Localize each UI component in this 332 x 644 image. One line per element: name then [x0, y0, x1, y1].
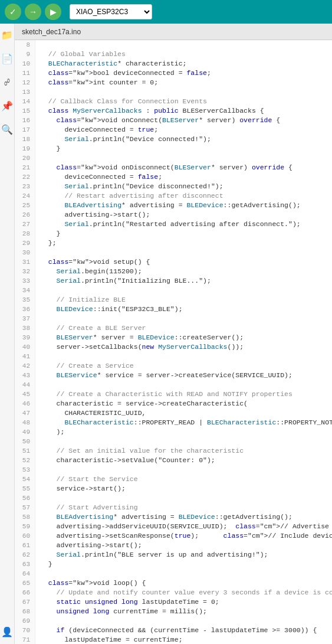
pin-icon[interactable]: 📌: [0, 99, 14, 113]
board-select[interactable]: XIAO_ESP32C3: [70, 4, 152, 19]
table-row: 32 Serial.begin(115200);: [15, 267, 332, 276]
line-code: lastUpdateTime = currentTime;: [35, 635, 183, 644]
line-code: [35, 248, 40, 257]
table-row: 71 lastUpdateTime = currentTime;: [15, 635, 332, 644]
line-code: BLEDevice::init("ESP32C3_BLE");: [35, 305, 183, 314]
line-code: // Restart advertising after disconnect: [35, 191, 223, 201]
line-number: 41: [15, 352, 35, 361]
line-number: 66: [15, 588, 35, 597]
folder-icon[interactable]: 📁: [0, 28, 14, 43]
table-row: 49 );: [15, 427, 332, 437]
line-number: 8: [15, 40, 35, 50]
table-row: 27 Serial.println("Restarted advertising…: [15, 220, 332, 229]
line-number: 30: [15, 248, 35, 257]
table-row: 9 // Global Variables: [15, 50, 332, 59]
table-row: 53: [15, 465, 332, 475]
table-row: 12 class="kw">int counter = 0;: [15, 78, 332, 87]
line-code: BLEServer* server = BLEDevice::createSer…: [35, 333, 244, 342]
line-code: // Start Advertising: [35, 503, 138, 512]
table-row: 43 BLEService* service = server->createS…: [15, 371, 332, 380]
table-row: 59 advertising->addServiceUUID(SERVICE_U…: [15, 522, 332, 531]
sidebar: 📁 📄 ☍ 📌 🔍 👤: [0, 24, 15, 644]
file-tab[interactable]: sketch_dec17a.ino: [15, 24, 332, 40]
table-row: 40 server->setCallbacks(new MyServerCall…: [15, 342, 332, 352]
line-number: 21: [15, 163, 35, 172]
line-code: server->setCallbacks(new MyServerCallbac…: [35, 342, 244, 352]
code-editor[interactable]: 89 // Global Variables10 BLECharacterist…: [15, 40, 332, 644]
line-number: 26: [15, 210, 35, 220]
table-row: 24 // Restart advertising after disconne…: [15, 191, 332, 201]
user-icon[interactable]: 👤: [0, 625, 14, 639]
editor-content: sketch_dec17a.ino 89 // Global Variables…: [15, 24, 332, 644]
line-number: 12: [15, 78, 35, 87]
line-number: 57: [15, 503, 35, 512]
table-row: 61 advertising->start();: [15, 541, 332, 550]
table-row: 26 advertising->start();: [15, 210, 332, 220]
table-row: 14 // Callback Class for Connection Even…: [15, 97, 332, 106]
line-number: 68: [15, 607, 35, 616]
line-code: Serial.println("Restarted advertising af…: [35, 220, 301, 229]
line-number: 25: [15, 201, 35, 210]
line-number: 13: [15, 87, 35, 97]
line-number: 36: [15, 305, 35, 314]
line-number: 67: [15, 597, 35, 607]
file-tab-label: sketch_dec17a.ino: [22, 28, 81, 36]
table-row: 21 class="kw">void onDisconnect(BLEServe…: [15, 163, 332, 172]
line-code: advertising->setScanResponse(true); clas…: [35, 531, 332, 541]
line-number: 45: [15, 390, 35, 399]
chart-icon[interactable]: ☍: [0, 76, 14, 90]
line-number: 58: [15, 512, 35, 522]
line-code: [35, 352, 40, 361]
table-row: 54 // Start the Service: [15, 475, 332, 484]
line-number: 16: [15, 116, 35, 125]
main-layout: 📁 📄 ☍ 📌 🔍 👤 sketch_dec17a.ino 89 // Glob…: [0, 24, 332, 644]
table-row: 63 }: [15, 560, 332, 569]
line-number: 47: [15, 408, 35, 418]
table-row: 23 Serial.println("Device disconnected!"…: [15, 182, 332, 191]
debug-button[interactable]: ▶: [45, 4, 61, 20]
line-code: [35, 40, 40, 50]
line-code: BLEService* service = server->createServ…: [35, 371, 292, 380]
line-code: advertising->start();: [35, 210, 150, 220]
line-code: Serial.println("Device connected!");: [35, 135, 211, 144]
check-button[interactable]: ✓: [5, 4, 21, 20]
line-code: characteristic->setValue("Counter: 0");: [35, 456, 215, 465]
line-number: 10: [15, 59, 35, 68]
line-code: advertising->start();: [35, 541, 142, 550]
line-number: 14: [15, 97, 35, 106]
table-row: 44: [15, 380, 332, 390]
line-number: 53: [15, 465, 35, 475]
line-code: BLECharacteristic::PROPERTY_READ | BLECh…: [35, 418, 332, 427]
line-number: 43: [15, 371, 35, 380]
line-code: // Create a BLE Server: [35, 323, 146, 333]
line-code: advertising->addServiceUUID(SERVICE_UUID…: [35, 522, 332, 531]
line-number: 31: [15, 257, 35, 267]
line-number: 42: [15, 361, 35, 371]
search-icon[interactable]: 🔍: [0, 123, 14, 137]
line-code: unsigned long currentTime = millis();: [35, 607, 207, 616]
table-row: 33 Serial.println("Initializing BLE...")…: [15, 276, 332, 286]
table-row: 58 BLEAdvertising* advertising = BLEDevi…: [15, 512, 332, 522]
line-code: class="kw">bool deviceConnected = false;: [35, 68, 211, 78]
table-row: 39 BLEServer* server = BLEDevice::create…: [15, 333, 332, 342]
table-row: 22 deviceConnected = false;: [15, 172, 332, 182]
line-code: characteristic = service->createCharacte…: [35, 399, 248, 408]
line-number: 40: [15, 342, 35, 352]
upload-button[interactable]: →: [25, 4, 41, 20]
table-row: 52 characteristic->setValue("Counter: 0"…: [15, 456, 332, 465]
line-number: 23: [15, 182, 35, 191]
file-icon[interactable]: 📄: [0, 52, 14, 66]
line-code: [35, 314, 40, 323]
line-number: 65: [15, 578, 35, 588]
line-number: 71: [15, 635, 35, 644]
table-row: 50: [15, 437, 332, 446]
table-row: 8: [15, 40, 332, 50]
table-row: 29 };: [15, 238, 332, 248]
line-code: class="kw">void loop() {: [35, 578, 146, 588]
table-row: 25 BLEAdvertising* advertising = BLEDevi…: [15, 201, 332, 210]
line-number: 32: [15, 267, 35, 276]
line-code: if (deviceConnected && (currentTime - la…: [35, 626, 317, 635]
line-code: [35, 569, 40, 578]
table-row: 42 // Create a Service: [15, 361, 332, 371]
table-row: 56: [15, 493, 332, 503]
